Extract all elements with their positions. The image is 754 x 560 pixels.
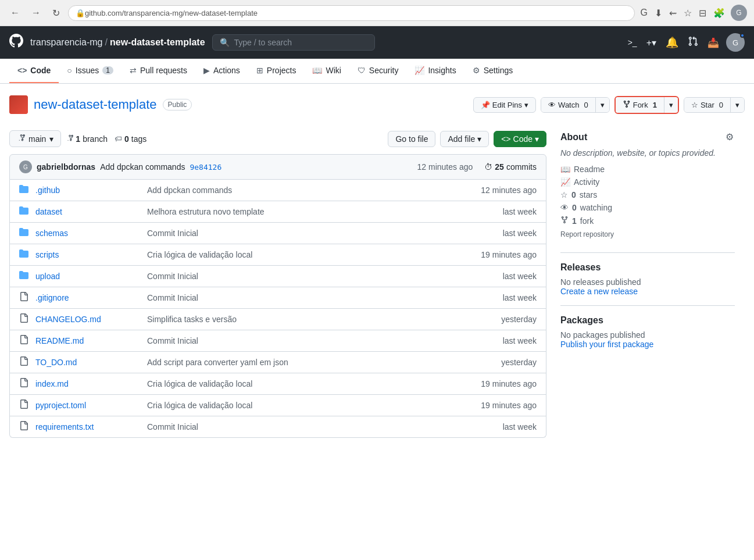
file-name-link[interactable]: scripts	[35, 250, 59, 259]
notifications-button[interactable]: 🔔	[663, 34, 681, 51]
commits-history-link[interactable]: ⏱ 25 commits	[484, 162, 537, 172]
tab-issues[interactable]: ○ Issues 1	[59, 59, 122, 83]
file-time: last week	[503, 229, 537, 238]
terminal-button[interactable]: >_	[626, 35, 639, 49]
edit-pins-chevron: ▾	[524, 101, 528, 109]
user-avatar-header[interactable]: G	[726, 33, 745, 52]
branch-count-link[interactable]: 1 branch	[66, 134, 108, 144]
activity-link[interactable]: 📈 Activity	[560, 177, 735, 187]
commit-time: 12 minutes ago	[417, 162, 473, 172]
fork-dropdown-button[interactable]: ▾	[664, 98, 678, 112]
watch-dropdown-button[interactable]: ▾	[596, 98, 609, 112]
tab-pull-requests[interactable]: ⇄ Pull requests	[122, 59, 195, 83]
google-icon[interactable]: G	[639, 6, 649, 19]
file-browser: main ▾ 1 branch 🏷 0 tags Go	[9, 130, 546, 438]
sidebar: About ⚙ No description, website, or topi…	[560, 130, 735, 438]
tab-code[interactable]: <> Code	[9, 59, 59, 83]
about-settings-button[interactable]: ⚙	[724, 130, 735, 144]
edit-pins-button[interactable]: 📌 Edit Pins ▾	[473, 97, 536, 113]
tab-insights[interactable]: 📈 Insights	[406, 59, 464, 83]
extension-icon[interactable]: 🧩	[712, 6, 726, 20]
file-commit-message: Commit Inicial	[147, 422, 496, 431]
address-bar[interactable]: 🔒 github.com/transparencia-mg/new-datase…	[68, 5, 635, 21]
file-icon	[19, 421, 28, 433]
tab-manager-icon[interactable]: ⊟	[698, 6, 707, 20]
code-icon: <>	[17, 66, 27, 75]
fork-stat-label: fork	[580, 216, 594, 226]
commits-count: 25	[495, 162, 504, 172]
file-name-link[interactable]: index.md	[35, 379, 69, 388]
projects-icon: ⊞	[256, 66, 263, 75]
search-bar[interactable]: 🔍 Type / to search	[212, 34, 375, 51]
file-name-link[interactable]: pyproject.toml	[35, 401, 86, 410]
file-name-link[interactable]: .github	[35, 186, 60, 195]
tab-projects[interactable]: ⊞ Projects	[248, 59, 305, 83]
report-repository-link[interactable]: Report repository	[560, 230, 614, 238]
branch-tag-info: 1 branch 🏷 0 tags	[66, 134, 146, 144]
readme-link[interactable]: 📖 Readme	[560, 165, 735, 174]
fork-stat: 1 fork	[560, 216, 735, 226]
go-to-file-button[interactable]: Go to file	[388, 131, 435, 147]
star-dropdown-button[interactable]: ▾	[731, 98, 744, 112]
file-name-link[interactable]: CHANGELOG.md	[35, 315, 101, 324]
file-icon	[19, 356, 28, 368]
pull-requests-button[interactable]	[685, 34, 701, 52]
main-content: main ▾ 1 branch 🏷 0 tags Go	[0, 121, 744, 447]
create-release-link[interactable]: Create a new release	[560, 287, 638, 296]
forward-button[interactable]: →	[28, 6, 44, 19]
file-name-link[interactable]: requirements.txt	[35, 422, 94, 431]
file-icon	[19, 378, 28, 390]
tab-wiki[interactable]: 📖 Wiki	[304, 59, 349, 83]
file-name-link[interactable]: TO_DO.md	[35, 358, 77, 367]
branch-selector[interactable]: main ▾	[9, 130, 61, 147]
code-btn-label: Code	[513, 134, 533, 144]
file-time: yesterday	[501, 358, 537, 367]
commit-hash-link[interactable]: 9e84126	[190, 163, 221, 172]
refresh-button[interactable]: ↻	[49, 6, 63, 20]
file-name-link[interactable]: schemas	[35, 229, 68, 238]
share-icon[interactable]: ⇜	[668, 6, 678, 20]
tab-settings[interactable]: ⚙ Settings	[464, 59, 521, 83]
file-name-link[interactable]: .gitignore	[35, 293, 69, 302]
file-commit-message: Cria lógica de validação local	[147, 250, 474, 259]
file-name: .github	[35, 186, 140, 195]
folder-icon	[19, 206, 28, 217]
file-name: pyproject.toml	[35, 401, 140, 410]
org-link[interactable]: transparencia-mg	[30, 37, 103, 48]
file-name: requirements.txt	[35, 422, 140, 431]
tab-actions[interactable]: ▶ Actions	[195, 59, 248, 83]
file-name-link[interactable]: README.md	[35, 336, 84, 345]
file-time: last week	[503, 293, 537, 302]
search-icon: 🔍	[220, 38, 230, 47]
user-avatar-chrome[interactable]: G	[731, 5, 747, 21]
code-button[interactable]: <> Code ▾	[494, 131, 546, 147]
download-icon[interactable]: ⬇	[653, 6, 663, 20]
folder-icon	[19, 270, 28, 282]
commit-author-link[interactable]: gabrielbdornas	[37, 162, 95, 172]
fork-main-button[interactable]: Fork 1	[616, 97, 664, 113]
tag-count-num: 0	[124, 134, 129, 144]
stars-count: 0	[571, 190, 576, 199]
table-row: datasetMelhora estrutura novo templatela…	[10, 201, 546, 223]
table-row: CHANGELOG.mdSimplifica tasks e versãoyes…	[10, 309, 546, 330]
tab-security[interactable]: 🛡 Security	[349, 59, 407, 83]
inbox-button[interactable]: 📥	[705, 35, 721, 51]
watch-main-button[interactable]: 👁 Watch 0	[541, 98, 596, 112]
tag-count-link[interactable]: 🏷 0 tags	[115, 134, 146, 144]
fork-stat-count: 1	[572, 216, 577, 226]
branch-selector-icon	[17, 134, 25, 144]
watch-btn-group: 👁 Watch 0 ▾	[541, 97, 610, 113]
repo-name-breadcrumb[interactable]: new-dataset-template	[110, 37, 205, 48]
back-button[interactable]: ←	[7, 6, 23, 19]
bookmark-icon[interactable]: ☆	[682, 6, 693, 20]
create-new-button[interactable]: +▾	[644, 35, 659, 51]
eye-stat-icon: 👁	[560, 203, 569, 212]
file-name-link[interactable]: dataset	[35, 207, 62, 216]
repo-title[interactable]: new-dataset-template	[34, 97, 157, 112]
publish-package-link[interactable]: Publish your first package	[560, 340, 653, 349]
add-file-button[interactable]: Add file ▾	[440, 131, 489, 147]
star-main-button[interactable]: ☆ Star 0	[684, 98, 731, 112]
file-name-link[interactable]: upload	[35, 272, 60, 281]
divider-2	[560, 305, 735, 306]
tab-pull-requests-label: Pull requests	[140, 66, 187, 75]
